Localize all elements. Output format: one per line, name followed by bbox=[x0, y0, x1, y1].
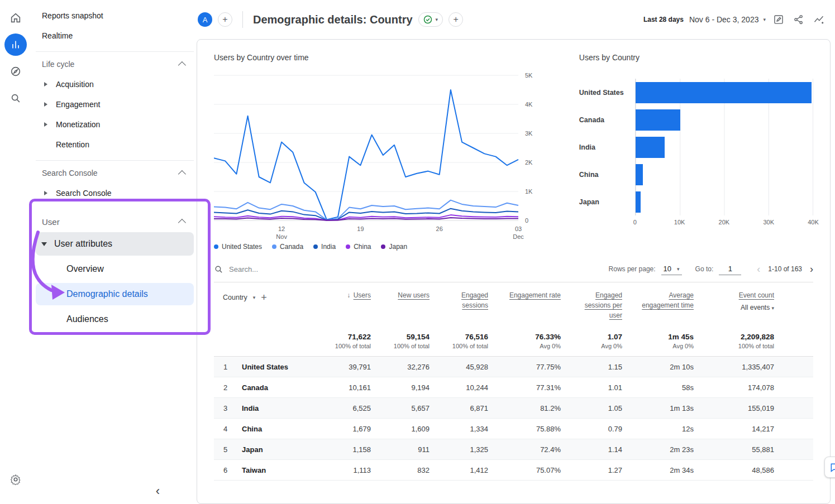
table-row[interactable]: 4China1,6791,6091,33475.88%0.7912s14,217 bbox=[214, 419, 813, 439]
date-range-picker[interactable]: Nov 6 - Dec 3, 2023 ▾ bbox=[689, 15, 766, 24]
add-report-button[interactable]: + bbox=[448, 12, 463, 27]
totals-cell: 1.07Avg 0% bbox=[574, 333, 636, 349]
sidebar-item-acquisition[interactable]: Acquisition bbox=[36, 74, 194, 94]
column-label[interactable]: Engaged sessions bbox=[461, 291, 488, 309]
event-filter-dropdown[interactable]: All events ▾ bbox=[707, 303, 774, 313]
user-section-header[interactable]: User bbox=[36, 211, 194, 232]
column-label[interactable]: Average engagement time bbox=[642, 291, 694, 309]
prev-page-button[interactable]: ‹ bbox=[757, 264, 760, 274]
totals-cell: 2,209,828100% of total bbox=[707, 333, 796, 349]
column-label[interactable]: Event count bbox=[739, 291, 774, 299]
sidebar-item-retention[interactable]: Retention bbox=[36, 135, 194, 155]
realtime-label: Realtime bbox=[42, 31, 73, 40]
line-series[interactable] bbox=[214, 218, 518, 220]
add-dimension-button[interactable]: + bbox=[261, 290, 267, 305]
totals-subtext: 100% of total bbox=[707, 343, 774, 349]
legend-item[interactable]: China bbox=[346, 243, 371, 251]
legend-item[interactable]: Canada bbox=[272, 243, 303, 251]
line-series[interactable] bbox=[214, 90, 518, 219]
legend-item[interactable]: United States bbox=[214, 243, 262, 251]
admin-settings-button[interactable] bbox=[4, 468, 27, 491]
totals-value: 2,209,828 bbox=[707, 333, 774, 341]
bar-row: China bbox=[579, 161, 813, 188]
lifecycle-section-header[interactable]: Life cycle bbox=[36, 54, 194, 74]
explore-button[interactable] bbox=[4, 60, 27, 83]
bar[interactable] bbox=[636, 82, 812, 103]
avatar[interactable]: A bbox=[198, 12, 212, 27]
bar[interactable] bbox=[636, 137, 665, 158]
table-row[interactable]: 3India6,5255,6576,87181.2%1.051m 13s155,… bbox=[214, 398, 813, 419]
bar-chart-block: Users by Country United StatesCanadaIndi… bbox=[579, 53, 813, 251]
table-row[interactable]: 1United States39,79132,27645,92877.75%1.… bbox=[214, 357, 813, 377]
retention-label: Retention bbox=[56, 140, 89, 149]
legend-item[interactable]: India bbox=[313, 243, 336, 251]
sidebar-item-overview[interactable]: Overview bbox=[36, 258, 194, 280]
bar-category-label: Canada bbox=[579, 116, 635, 124]
collapse-sidebar-button[interactable]: ‹ bbox=[156, 485, 160, 497]
sidebar-item-demographic-details[interactable]: Demographic details bbox=[36, 283, 194, 305]
search-input[interactable] bbox=[229, 265, 397, 273]
bar[interactable] bbox=[636, 191, 641, 213]
legend-item[interactable]: Japan bbox=[381, 243, 407, 251]
table-row[interactable]: 5Japan1,1589111,32572.4%1.142m 23s55,881 bbox=[214, 439, 813, 460]
sidebar-item-realtime[interactable]: Realtime bbox=[31, 26, 197, 46]
row-index: 5 bbox=[214, 445, 242, 454]
insights-button[interactable] bbox=[812, 12, 826, 27]
search-console-section-header[interactable]: Search Console bbox=[36, 163, 194, 183]
column-header[interactable]: ↓ Users bbox=[326, 290, 384, 300]
line-series[interactable] bbox=[214, 215, 518, 220]
report-status-dropdown[interactable]: ▾ bbox=[418, 12, 443, 27]
column-header[interactable]: Engaged sessions per user bbox=[574, 290, 636, 320]
column-header[interactable]: Engagement rate bbox=[502, 290, 574, 300]
row-value: 1,679 bbox=[326, 425, 384, 433]
share-button[interactable] bbox=[791, 12, 806, 27]
totals-subtext: Avg 0% bbox=[574, 343, 622, 349]
bar[interactable] bbox=[636, 109, 681, 131]
sidebar-item-audiences[interactable]: Audiences bbox=[36, 308, 194, 330]
totals-cell: 76.33%Avg 0% bbox=[502, 333, 574, 349]
line-chart[interactable]: 01K2K3K4K5K12Nov192603Dec bbox=[214, 68, 552, 242]
dimension-header[interactable]: Country ▾ + bbox=[214, 290, 326, 305]
column-label[interactable]: Engaged sessions per user bbox=[585, 291, 622, 319]
column-header[interactable]: Average engagement time bbox=[636, 290, 707, 310]
advertising-button[interactable] bbox=[4, 87, 27, 109]
analytics-app: Reports snapshot Realtime Life cycle Acq… bbox=[0, 0, 835, 504]
sidebar-item-reports-snapshot[interactable]: Reports snapshot bbox=[31, 6, 197, 26]
row-value: 58s bbox=[636, 383, 707, 392]
totals-subtext: Avg 0% bbox=[502, 343, 561, 349]
next-page-button[interactable]: › bbox=[810, 264, 813, 274]
row-value: 81.2% bbox=[502, 404, 574, 412]
sidebar-item-user-attributes[interactable]: User attributes bbox=[36, 232, 194, 256]
column-header[interactable]: Engaged sessions bbox=[443, 290, 502, 310]
reports-button[interactable] bbox=[4, 33, 27, 56]
monetization-label: Monetization bbox=[56, 120, 100, 129]
customize-report-button[interactable] bbox=[771, 12, 786, 27]
column-header[interactable]: Event countAll events ▾ bbox=[707, 290, 796, 313]
bar-chart[interactable]: United StatesCanadaIndiaChinaJapan bbox=[579, 79, 813, 215]
bar-category-label: India bbox=[579, 143, 635, 151]
sidebar-item-search-console[interactable]: Search Console bbox=[36, 183, 194, 203]
row-value: 2m 23s bbox=[636, 445, 707, 454]
pagination-range: 1-10 of 163 bbox=[768, 265, 802, 273]
table-row[interactable]: 2Canada10,1619,19410,24477.31%1.0158s174… bbox=[214, 377, 813, 398]
legend-label: United States bbox=[222, 243, 262, 251]
sidebar-item-engagement[interactable]: Engagement bbox=[36, 94, 194, 114]
table-row[interactable]: 6Taiwan1,1138321,41275.07%1.272m 34s48,5… bbox=[214, 460, 813, 481]
row-value: 1.27 bbox=[574, 466, 636, 474]
column-label[interactable]: Users bbox=[354, 291, 371, 299]
column-label[interactable]: Engagement rate bbox=[509, 291, 561, 299]
column-header[interactable]: New users bbox=[384, 290, 443, 300]
column-label[interactable]: New users bbox=[398, 291, 430, 299]
rows-per-page-select[interactable]: 10 ▾ bbox=[661, 263, 682, 275]
feedback-button[interactable] bbox=[824, 457, 835, 478]
row-value: 1.15 bbox=[574, 363, 636, 371]
bar[interactable] bbox=[636, 164, 643, 185]
gear-icon bbox=[9, 473, 22, 486]
goto-page-input[interactable] bbox=[719, 263, 741, 275]
sidebar-item-monetization[interactable]: Monetization bbox=[36, 114, 194, 135]
rows-per-page-value: 10 bbox=[664, 265, 671, 273]
home-button[interactable] bbox=[4, 7, 27, 29]
chevron-up-icon bbox=[178, 170, 186, 178]
add-comparison-button[interactable]: + bbox=[218, 12, 232, 27]
row-value: 155,019 bbox=[707, 404, 796, 412]
